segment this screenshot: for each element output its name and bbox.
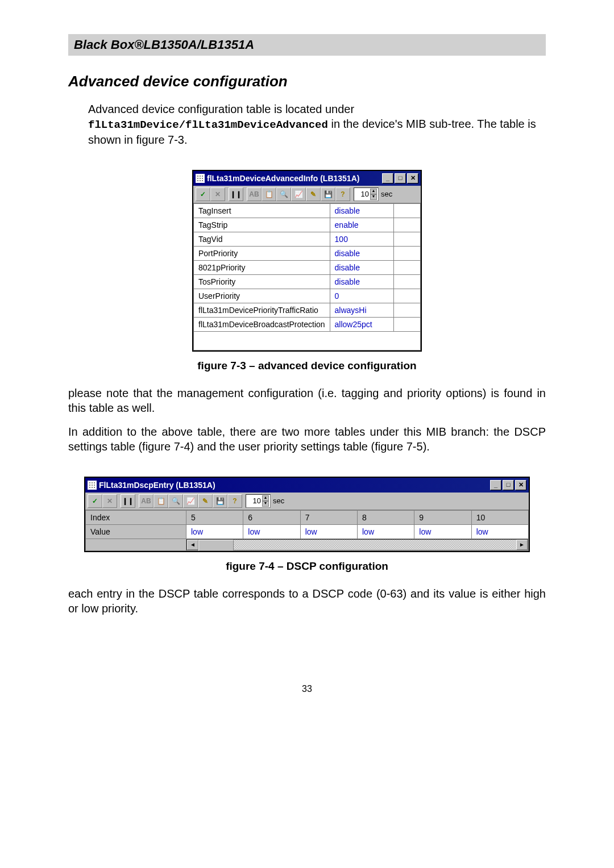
dscp-window: FlLta31mDscpEntry (LB1351A) _ □ ✕ ✓✕❙❙AB…: [84, 477, 530, 552]
figure-caption-2: figure 7-4 – DSCP configuration: [68, 560, 546, 573]
wand-icon[interactable]: ✎: [198, 494, 213, 508]
refresh-interval-input[interactable]: [355, 190, 369, 198]
grid-icon: [196, 174, 205, 183]
clipboard-icon[interactable]: 📋: [262, 187, 276, 201]
dscp-value-cell[interactable]: low: [186, 524, 243, 539]
dscp-value-cell[interactable]: low: [414, 524, 471, 539]
value-row-header: Value: [86, 524, 186, 539]
help-icon[interactable]: ?: [227, 494, 242, 508]
paragraph-1: please note that the management configur…: [68, 386, 546, 415]
param-name: TagStrip: [194, 218, 330, 232]
section-heading: Advanced device configuration: [68, 73, 546, 90]
find-icon[interactable]: 🔍: [276, 187, 291, 201]
spacer-cell: [394, 246, 421, 260]
param-value[interactable]: alwaysHi: [330, 303, 393, 317]
help-icon[interactable]: ?: [335, 187, 350, 201]
scroll-right-button[interactable]: ►: [516, 540, 528, 550]
dscp-table: Index5678910 Valuelowlowlowlowlowlow ◄ ►: [85, 510, 529, 551]
advanced-info-window: flLta31mDeviceAdvancedInfo (LB1351A) _ □…: [192, 170, 422, 352]
toolbar: ✓✕❙❙AB📋🔍📈✎💾?▲▼sec: [193, 186, 421, 203]
refresh-interval-input[interactable]: [247, 496, 261, 505]
ab-icon[interactable]: AB: [139, 494, 154, 508]
check-icon[interactable]: ✓: [196, 187, 210, 201]
spacer-cell: [394, 317, 421, 331]
param-value[interactable]: disable: [330, 274, 393, 289]
footer-cell: [194, 331, 421, 350]
paragraph-3: each entry in the DSCP table corresponds…: [68, 586, 546, 616]
refresh-interval-stepper[interactable]: ▲▼: [246, 494, 271, 508]
dscp-value-cell[interactable]: low: [243, 524, 300, 539]
spacer-cell: [394, 218, 421, 232]
table-row: TosPrioritydisable: [194, 274, 421, 289]
spin-down-icon[interactable]: ▼: [262, 501, 269, 507]
param-name: PortPriority: [194, 246, 330, 260]
param-value[interactable]: 100: [330, 232, 393, 246]
spin-up-icon[interactable]: ▲: [262, 495, 269, 501]
grid-icon: [88, 481, 97, 490]
param-name: TagVid: [194, 232, 330, 246]
scroll-left-button[interactable]: ◄: [187, 540, 198, 550]
x-icon[interactable]: ✕: [210, 187, 225, 201]
check-icon[interactable]: ✓: [88, 494, 102, 508]
dscp-value-cell[interactable]: low: [300, 524, 357, 539]
table-row: TagInsertdisable: [194, 203, 421, 218]
spacer-cell: [394, 203, 421, 218]
spacer-cell: [394, 232, 421, 246]
maximize-button[interactable]: □: [503, 480, 514, 490]
minimize-button[interactable]: _: [382, 173, 393, 183]
param-value[interactable]: allow25pct: [330, 317, 393, 331]
param-value[interactable]: disable: [330, 260, 393, 274]
ab-icon[interactable]: AB: [247, 187, 262, 201]
clipboard-icon[interactable]: 📋: [154, 494, 168, 508]
column-header: 7: [300, 510, 357, 524]
table-row: TagStripenable: [194, 218, 421, 232]
pause-icon[interactable]: ❙❙: [121, 494, 135, 508]
param-value[interactable]: 0: [330, 289, 393, 303]
save-icon[interactable]: 💾: [321, 187, 335, 201]
x-icon[interactable]: ✕: [102, 494, 117, 508]
close-button[interactable]: ✕: [515, 480, 526, 490]
column-header: 9: [414, 510, 471, 524]
close-button[interactable]: ✕: [407, 173, 418, 183]
table-row: PortPrioritydisable: [194, 246, 421, 260]
dscp-value-cell[interactable]: low: [357, 524, 414, 539]
refresh-interval-stepper[interactable]: ▲▼: [354, 187, 379, 201]
param-value[interactable]: disable: [330, 246, 393, 260]
h-scrollbar[interactable]: ◄ ►: [186, 539, 528, 550]
dscp-value-cell[interactable]: low: [471, 524, 528, 539]
column-header: 10: [471, 510, 528, 524]
intro-paragraph: Advanced device configuration table is l…: [88, 102, 546, 147]
table-row: 8021pPrioritydisable: [194, 260, 421, 274]
scroll-thumb[interactable]: [198, 540, 234, 551]
advanced-table: TagInsertdisableTagStripenableTagVid100P…: [193, 203, 421, 350]
pause-icon[interactable]: ❙❙: [229, 187, 243, 201]
table-row: TagVid100: [194, 232, 421, 246]
column-header: 6: [243, 510, 300, 524]
paragraph-2: In addition to the above table, there ar…: [68, 424, 546, 454]
wand-icon[interactable]: ✎: [306, 187, 321, 201]
chart-icon[interactable]: 📈: [291, 187, 306, 201]
chart-icon[interactable]: 📈: [183, 494, 198, 508]
spin-down-icon[interactable]: ▼: [370, 194, 377, 200]
window-titlebar: flLta31mDeviceAdvancedInfo (LB1351A) _ □…: [193, 171, 421, 186]
window-title: flLta31mDeviceAdvancedInfo (LB1351A): [207, 174, 359, 183]
table-row: flLta31mDeviceBroadcastProtectionallow25…: [194, 317, 421, 331]
param-value[interactable]: enable: [330, 218, 393, 232]
param-name: TagInsert: [194, 203, 330, 218]
refresh-unit-label: sec: [273, 496, 284, 505]
window-titlebar: FlLta31mDscpEntry (LB1351A) _ □ ✕: [85, 478, 529, 493]
find-icon[interactable]: 🔍: [168, 494, 183, 508]
mib-path: flLta31mDevice/flLta31mDeviceAdvanced: [88, 119, 328, 131]
minimize-button[interactable]: _: [490, 480, 501, 490]
spacer-cell: [394, 303, 421, 317]
save-icon[interactable]: 💾: [213, 494, 227, 508]
intro-pre: Advanced device configuration table is l…: [88, 103, 354, 115]
spin-up-icon[interactable]: ▲: [370, 189, 377, 194]
maximize-button[interactable]: □: [395, 173, 406, 183]
spacer-cell: [394, 289, 421, 303]
param-value[interactable]: disable: [330, 203, 393, 218]
figure-caption-1: figure 7-3 – advanced device configurati…: [68, 360, 546, 372]
param-name: flLta31mDeviceBroadcastProtection: [194, 317, 330, 331]
column-header: 8: [357, 510, 414, 524]
param-name: TosPriority: [194, 274, 330, 289]
